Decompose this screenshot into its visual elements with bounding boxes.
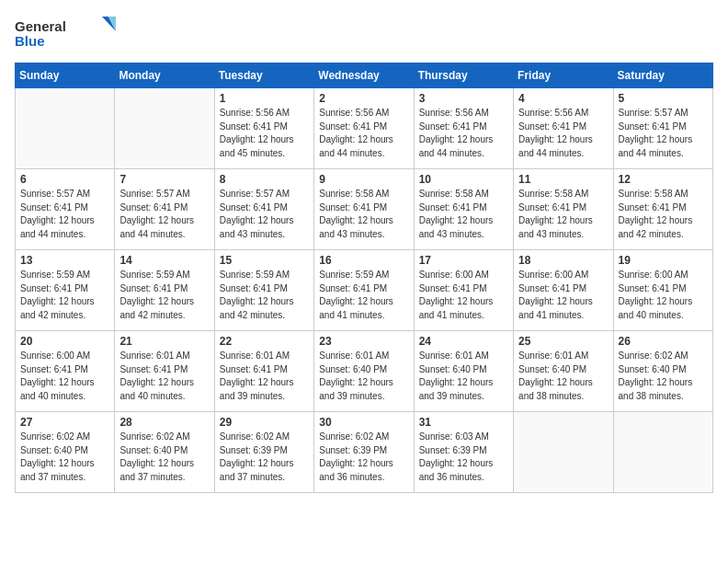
day-number: 18 xyxy=(518,254,608,267)
day-number: 22 xyxy=(220,335,309,348)
calendar-cell: 17Sunrise: 6:00 AM Sunset: 6:41 PM Dayli… xyxy=(414,250,513,331)
calendar-week-4: 20Sunrise: 6:00 AM Sunset: 6:41 PM Dayli… xyxy=(16,331,713,412)
calendar-cell xyxy=(16,88,115,169)
header-sunday: Sunday xyxy=(16,63,115,88)
calendar-cell: 1Sunrise: 5:56 AM Sunset: 6:41 PM Daylig… xyxy=(214,88,313,169)
calendar-cell: 23Sunrise: 6:01 AM Sunset: 6:40 PM Dayli… xyxy=(314,331,414,412)
day-number: 6 xyxy=(20,173,109,186)
calendar-cell: 29Sunrise: 6:02 AM Sunset: 6:39 PM Dayli… xyxy=(214,412,313,493)
header-saturday: Saturday xyxy=(613,63,712,88)
day-number: 3 xyxy=(419,92,508,105)
day-info: Sunrise: 5:58 AM Sunset: 6:41 PM Dayligh… xyxy=(319,188,408,241)
day-info: Sunrise: 6:02 AM Sunset: 6:40 PM Dayligh… xyxy=(119,431,209,484)
day-number: 17 xyxy=(419,254,508,267)
calendar-cell: 20Sunrise: 6:00 AM Sunset: 6:41 PM Dayli… xyxy=(16,331,115,412)
day-number: 16 xyxy=(319,254,408,267)
day-info: Sunrise: 6:02 AM Sunset: 6:40 PM Dayligh… xyxy=(619,350,708,403)
day-info: Sunrise: 5:59 AM Sunset: 6:41 PM Dayligh… xyxy=(20,269,109,322)
calendar-cell xyxy=(613,412,712,493)
header-tuesday: Tuesday xyxy=(214,63,313,88)
header-monday: Monday xyxy=(115,63,214,88)
calendar-cell: 30Sunrise: 6:02 AM Sunset: 6:39 PM Dayli… xyxy=(314,412,414,493)
day-info: Sunrise: 6:00 AM Sunset: 6:41 PM Dayligh… xyxy=(20,350,109,403)
day-info: Sunrise: 6:02 AM Sunset: 6:40 PM Dayligh… xyxy=(20,431,109,484)
day-number: 24 xyxy=(419,335,508,348)
calendar-cell: 9Sunrise: 5:58 AM Sunset: 6:41 PM Daylig… xyxy=(314,169,414,250)
day-number: 20 xyxy=(20,335,109,348)
day-number: 7 xyxy=(119,173,209,186)
calendar-cell: 26Sunrise: 6:02 AM Sunset: 6:40 PM Dayli… xyxy=(613,331,712,412)
calendar-cell: 12Sunrise: 5:58 AM Sunset: 6:41 PM Dayli… xyxy=(613,169,712,250)
calendar-week-1: 1Sunrise: 5:56 AM Sunset: 6:41 PM Daylig… xyxy=(16,88,713,169)
logo: General Blue xyxy=(15,15,125,52)
logo-svg: General Blue xyxy=(15,15,125,52)
calendar-cell: 22Sunrise: 6:01 AM Sunset: 6:41 PM Dayli… xyxy=(214,331,313,412)
calendar-cell: 27Sunrise: 6:02 AM Sunset: 6:40 PM Dayli… xyxy=(16,412,115,493)
day-info: Sunrise: 6:02 AM Sunset: 6:39 PM Dayligh… xyxy=(220,431,309,484)
calendar-week-5: 27Sunrise: 6:02 AM Sunset: 6:40 PM Dayli… xyxy=(16,412,713,493)
day-number: 10 xyxy=(419,173,508,186)
calendar-cell: 7Sunrise: 5:57 AM Sunset: 6:41 PM Daylig… xyxy=(115,169,214,250)
day-info: Sunrise: 6:01 AM Sunset: 6:40 PM Dayligh… xyxy=(319,350,408,403)
day-number: 9 xyxy=(319,173,408,186)
calendar-cell xyxy=(514,412,613,493)
day-info: Sunrise: 5:57 AM Sunset: 6:41 PM Dayligh… xyxy=(619,107,708,160)
day-number: 4 xyxy=(518,92,608,105)
calendar-cell: 11Sunrise: 5:58 AM Sunset: 6:41 PM Dayli… xyxy=(514,169,613,250)
calendar-table: SundayMondayTuesdayWednesdayThursdayFrid… xyxy=(15,63,713,493)
calendar-cell: 31Sunrise: 6:03 AM Sunset: 6:39 PM Dayli… xyxy=(414,412,513,493)
day-number: 8 xyxy=(220,173,309,186)
day-number: 28 xyxy=(119,416,209,429)
day-info: Sunrise: 6:03 AM Sunset: 6:39 PM Dayligh… xyxy=(419,431,508,484)
day-info: Sunrise: 5:57 AM Sunset: 6:41 PM Dayligh… xyxy=(119,188,209,241)
day-number: 2 xyxy=(319,92,408,105)
day-number: 31 xyxy=(419,416,508,429)
calendar-cell: 6Sunrise: 5:57 AM Sunset: 6:41 PM Daylig… xyxy=(16,169,115,250)
day-number: 26 xyxy=(619,335,708,348)
calendar-cell: 19Sunrise: 6:00 AM Sunset: 6:41 PM Dayli… xyxy=(613,250,712,331)
day-number: 29 xyxy=(220,416,309,429)
day-number: 27 xyxy=(20,416,109,429)
day-number: 14 xyxy=(119,254,209,267)
calendar-cell: 5Sunrise: 5:57 AM Sunset: 6:41 PM Daylig… xyxy=(613,88,712,169)
day-info: Sunrise: 5:59 AM Sunset: 6:41 PM Dayligh… xyxy=(220,269,309,322)
calendar-cell: 14Sunrise: 5:59 AM Sunset: 6:41 PM Dayli… xyxy=(115,250,214,331)
day-info: Sunrise: 6:01 AM Sunset: 6:40 PM Dayligh… xyxy=(518,350,608,403)
day-number: 11 xyxy=(518,173,608,186)
day-info: Sunrise: 5:59 AM Sunset: 6:41 PM Dayligh… xyxy=(319,269,408,322)
day-info: Sunrise: 6:00 AM Sunset: 6:41 PM Dayligh… xyxy=(419,269,508,322)
calendar-cell: 4Sunrise: 5:56 AM Sunset: 6:41 PM Daylig… xyxy=(514,88,613,169)
day-info: Sunrise: 5:56 AM Sunset: 6:41 PM Dayligh… xyxy=(319,107,408,160)
day-info: Sunrise: 5:58 AM Sunset: 6:41 PM Dayligh… xyxy=(518,188,608,241)
calendar-week-3: 13Sunrise: 5:59 AM Sunset: 6:41 PM Dayli… xyxy=(16,250,713,331)
day-info: Sunrise: 5:58 AM Sunset: 6:41 PM Dayligh… xyxy=(419,188,508,241)
day-info: Sunrise: 5:56 AM Sunset: 6:41 PM Dayligh… xyxy=(220,107,309,160)
day-info: Sunrise: 6:01 AM Sunset: 6:40 PM Dayligh… xyxy=(419,350,508,403)
calendar-cell: 24Sunrise: 6:01 AM Sunset: 6:40 PM Dayli… xyxy=(414,331,513,412)
calendar-cell: 16Sunrise: 5:59 AM Sunset: 6:41 PM Dayli… xyxy=(314,250,414,331)
day-info: Sunrise: 6:01 AM Sunset: 6:41 PM Dayligh… xyxy=(119,350,209,403)
page-header: General Blue xyxy=(15,15,713,52)
day-number: 25 xyxy=(518,335,608,348)
day-info: Sunrise: 5:56 AM Sunset: 6:41 PM Dayligh… xyxy=(518,107,608,160)
day-info: Sunrise: 5:57 AM Sunset: 6:41 PM Dayligh… xyxy=(220,188,309,241)
calendar-cell: 15Sunrise: 5:59 AM Sunset: 6:41 PM Dayli… xyxy=(214,250,313,331)
calendar-cell: 2Sunrise: 5:56 AM Sunset: 6:41 PM Daylig… xyxy=(314,88,414,169)
day-number: 12 xyxy=(619,173,708,186)
day-info: Sunrise: 6:01 AM Sunset: 6:41 PM Dayligh… xyxy=(220,350,309,403)
calendar-cell: 10Sunrise: 5:58 AM Sunset: 6:41 PM Dayli… xyxy=(414,169,513,250)
header-wednesday: Wednesday xyxy=(314,63,414,88)
calendar-cell: 8Sunrise: 5:57 AM Sunset: 6:41 PM Daylig… xyxy=(214,169,313,250)
day-number: 23 xyxy=(319,335,408,348)
day-number: 30 xyxy=(319,416,408,429)
day-info: Sunrise: 5:58 AM Sunset: 6:41 PM Dayligh… xyxy=(619,188,708,241)
day-info: Sunrise: 6:02 AM Sunset: 6:39 PM Dayligh… xyxy=(319,431,408,484)
calendar-cell: 21Sunrise: 6:01 AM Sunset: 6:41 PM Dayli… xyxy=(115,331,214,412)
calendar-cell: 28Sunrise: 6:02 AM Sunset: 6:40 PM Dayli… xyxy=(115,412,214,493)
calendar-header-row: SundayMondayTuesdayWednesdayThursdayFrid… xyxy=(16,63,713,88)
day-info: Sunrise: 6:00 AM Sunset: 6:41 PM Dayligh… xyxy=(518,269,608,322)
calendar-cell: 13Sunrise: 5:59 AM Sunset: 6:41 PM Dayli… xyxy=(16,250,115,331)
calendar-cell xyxy=(115,88,214,169)
calendar-week-2: 6Sunrise: 5:57 AM Sunset: 6:41 PM Daylig… xyxy=(16,169,713,250)
day-info: Sunrise: 5:56 AM Sunset: 6:41 PM Dayligh… xyxy=(419,107,508,160)
